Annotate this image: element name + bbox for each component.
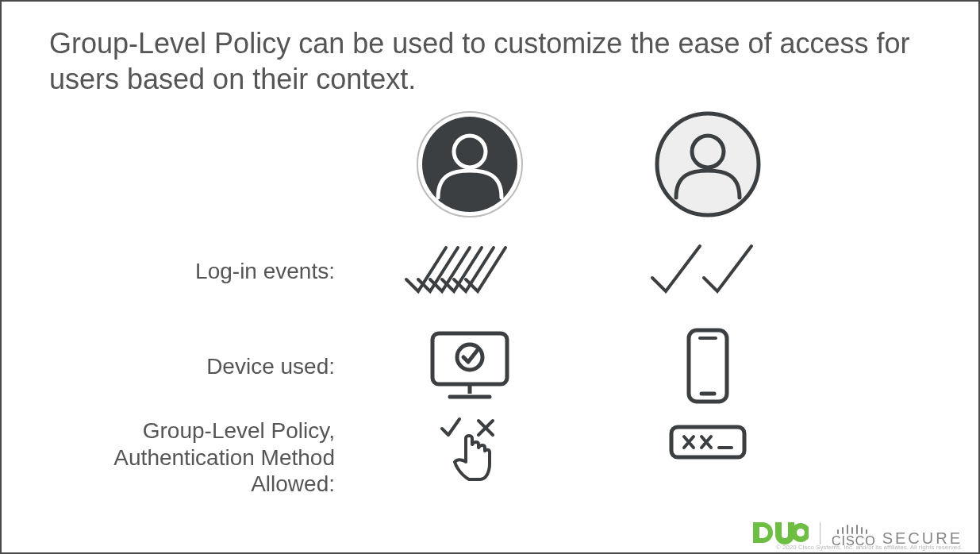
push-tap-icon: [434, 414, 505, 486]
slide-title: Group-Level Policy can be used to custom…: [49, 25, 931, 97]
slide-container: Group-Level Policy can be used to custom…: [0, 0, 980, 554]
content-grid: Log-in events: Dev: [49, 105, 931, 502]
smartphone-icon: [684, 327, 732, 406]
svg-rect-9: [689, 330, 727, 402]
avatar-light-icon: [652, 109, 763, 220]
svg-point-4: [692, 136, 724, 167]
policy-label: Group-Level Policy, Authentication Metho…: [49, 414, 335, 498]
svg-point-2: [454, 136, 486, 167]
desktop-verified-icon: [426, 327, 513, 406]
device-used-label: Device used:: [206, 353, 335, 380]
divider: [820, 522, 821, 544]
cisco-bars-icon: [836, 524, 871, 535]
two-checks-icon: [648, 240, 767, 303]
many-checks-icon: [402, 240, 537, 303]
svg-point-15: [797, 529, 805, 537]
avatar-dark-icon: [414, 109, 525, 220]
login-events-label: Log-in events:: [195, 258, 335, 285]
passcode-field-icon: [668, 414, 747, 462]
copyright-text: © 2020 Cisco Systems, Inc. and/or its af…: [776, 544, 963, 551]
